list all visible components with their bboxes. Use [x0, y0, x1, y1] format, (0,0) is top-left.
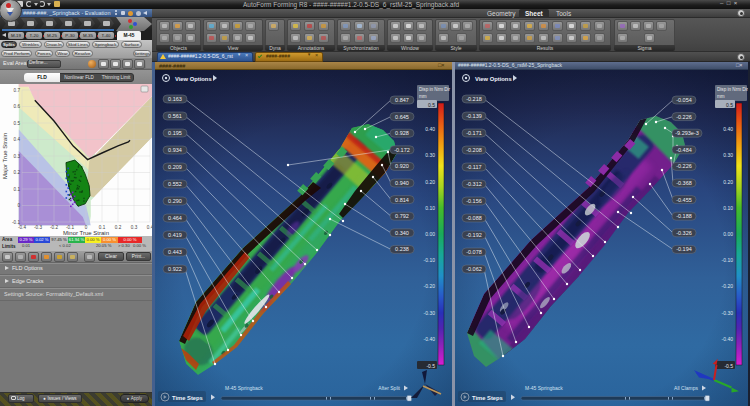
svg-text:0.6: 0.6 [14, 104, 21, 109]
svg-text:0.443: 0.443 [168, 249, 182, 255]
svg-text:-0.10: -0.10 [424, 257, 436, 263]
svg-text:0.209: 0.209 [168, 164, 182, 170]
svg-text:0.340: 0.340 [395, 230, 409, 236]
svg-text:-0.054: -0.054 [676, 97, 692, 103]
svg-text:mm: mm [419, 94, 427, 99]
svg-text:0.464: 0.464 [168, 215, 182, 221]
svg-text:0.00: 0.00 [425, 231, 435, 237]
svg-text:-0.484: -0.484 [676, 147, 692, 153]
svg-text:0.195: 0.195 [168, 130, 182, 136]
svg-text:-0.172: -0.172 [394, 147, 410, 153]
svg-text:0.928: 0.928 [395, 130, 409, 136]
svg-text:-0.117: -0.117 [466, 164, 481, 170]
svg-text:0.2: 0.2 [14, 170, 21, 175]
svg-text:0.3: 0.3 [14, 154, 21, 159]
svg-text:-0.078: -0.078 [466, 249, 482, 255]
svg-text:0.7: 0.7 [14, 88, 21, 93]
svg-text:0.419: 0.419 [168, 232, 182, 238]
svg-text:-9.293e-3: -9.293e-3 [675, 130, 699, 136]
svg-text:0.20: 0.20 [723, 179, 733, 185]
svg-text:After Split: After Split [378, 385, 400, 391]
svg-text:0.290: 0.290 [168, 198, 182, 204]
svg-text:-0.4: -0.4 [18, 225, 26, 230]
svg-text:0.645: 0.645 [395, 114, 409, 120]
svg-text:0.814: 0.814 [395, 197, 409, 203]
svg-text:View Options: View Options [475, 76, 512, 82]
svg-text:Time Steps: Time Steps [172, 395, 203, 401]
svg-text:0.00: 0.00 [723, 231, 733, 237]
svg-text:-0.192: -0.192 [466, 232, 482, 238]
svg-text:0.4: 0.4 [147, 225, 152, 230]
svg-text:0.30: 0.30 [425, 152, 435, 158]
svg-text:0.5: 0.5 [726, 102, 733, 108]
svg-text:All Clamps: All Clamps [674, 385, 698, 391]
svg-text:-0.218: -0.218 [466, 96, 482, 102]
svg-text:0.5: 0.5 [14, 121, 21, 126]
svg-text:-0.171: -0.171 [466, 130, 482, 136]
svg-text:-0.20: -0.20 [722, 283, 734, 289]
svg-text:0: 0 [17, 203, 20, 208]
svg-text:0.20: 0.20 [425, 179, 435, 185]
svg-text:-0.226: -0.226 [676, 114, 692, 120]
svg-text:-0.368: -0.368 [676, 180, 692, 186]
svg-text:-0.062: -0.062 [466, 266, 482, 272]
svg-text:Disp in Nrm Dir: Disp in Nrm Dir [419, 87, 451, 92]
svg-text:-0.5: -0.5 [426, 363, 435, 369]
svg-text:Major True Strain: Major True Strain [2, 133, 8, 179]
svg-text:-0.312: -0.312 [466, 181, 482, 187]
svg-text:-0.3: -0.3 [34, 225, 42, 230]
svg-text:-0.208: -0.208 [466, 147, 482, 153]
svg-text:0.30: 0.30 [723, 152, 733, 158]
svg-text:0.4: 0.4 [14, 137, 21, 142]
svg-text:0.40: 0.40 [425, 126, 435, 132]
svg-text:-0.40: -0.40 [424, 336, 436, 342]
svg-text:M-45 Springback: M-45 Springback [225, 385, 263, 391]
svg-text:-0.226: -0.226 [676, 163, 692, 169]
svg-text:-0.10: -0.10 [722, 257, 734, 263]
svg-text:0.920: 0.920 [395, 163, 409, 169]
svg-text:Disp in Nrm Dir: Disp in Nrm Dir [717, 87, 749, 92]
svg-text:-0.188: -0.188 [676, 213, 692, 219]
svg-text:-0.30: -0.30 [722, 310, 734, 316]
svg-text:0.934: 0.934 [168, 147, 182, 153]
svg-text:0.561: 0.561 [168, 113, 182, 119]
svg-text:-0.088: -0.088 [466, 215, 482, 221]
svg-text:-0.156: -0.156 [466, 198, 482, 204]
svg-text:0.163: 0.163 [168, 96, 182, 102]
svg-text:0.10: 0.10 [723, 205, 733, 211]
svg-text:0.1: 0.1 [14, 187, 21, 192]
svg-text:0.40: 0.40 [723, 126, 733, 132]
svg-text:-0.139: -0.139 [466, 113, 482, 119]
svg-text:mm: mm [717, 94, 725, 99]
svg-text:M-45 Springback: M-45 Springback [525, 385, 563, 391]
svg-text:-0.30: -0.30 [424, 310, 436, 316]
svg-text:0.922: 0.922 [168, 266, 182, 272]
svg-text:-0.194: -0.194 [676, 246, 692, 252]
svg-text:-0.40: -0.40 [722, 336, 734, 342]
svg-text:Time Steps: Time Steps [472, 395, 503, 401]
svg-text:0.5: 0.5 [428, 102, 435, 108]
svg-text:0.238: 0.238 [395, 246, 409, 252]
svg-text:0.847: 0.847 [395, 97, 409, 103]
svg-text:0.552: 0.552 [168, 181, 182, 187]
svg-text:0.3: 0.3 [131, 225, 138, 230]
svg-text:0.792: 0.792 [395, 213, 409, 219]
svg-text:0.2: 0.2 [115, 225, 122, 230]
svg-text:0.940: 0.940 [395, 180, 409, 186]
svg-text:-0.455: -0.455 [676, 197, 692, 203]
svg-text:-0.5: -0.5 [724, 363, 733, 369]
svg-text:-0.1: -0.1 [12, 220, 20, 225]
svg-text:-0.326: -0.326 [676, 230, 692, 236]
svg-text:-0.20: -0.20 [424, 283, 436, 289]
svg-text:View Options: View Options [175, 76, 212, 82]
svg-text:0.10: 0.10 [425, 205, 435, 211]
svg-text:-0.2: -0.2 [50, 225, 58, 230]
